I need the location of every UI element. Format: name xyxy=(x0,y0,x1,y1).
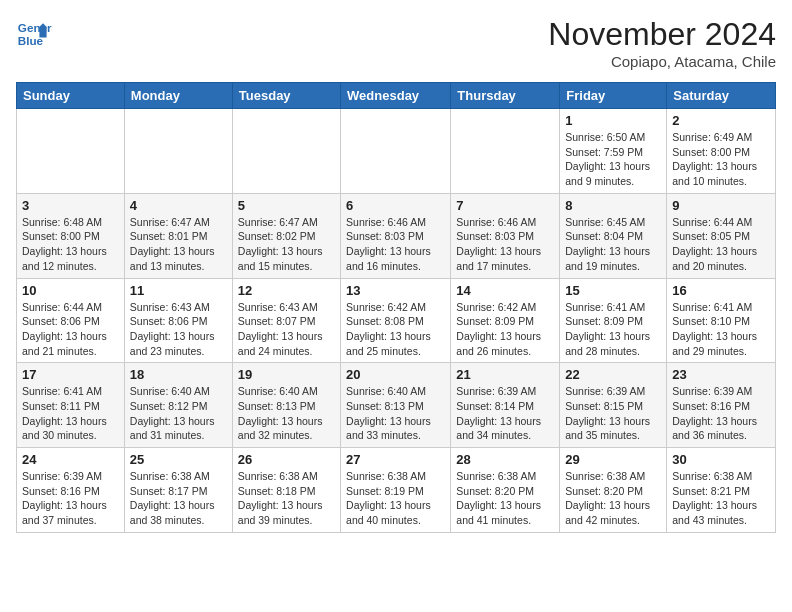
calendar-cell: 30Sunrise: 6:38 AM Sunset: 8:21 PM Dayli… xyxy=(667,448,776,533)
day-number: 30 xyxy=(672,452,770,467)
day-number: 5 xyxy=(238,198,335,213)
calendar-cell: 3Sunrise: 6:48 AM Sunset: 8:00 PM Daylig… xyxy=(17,193,125,278)
calendar-cell: 14Sunrise: 6:42 AM Sunset: 8:09 PM Dayli… xyxy=(451,278,560,363)
calendar-week-2: 3Sunrise: 6:48 AM Sunset: 8:00 PM Daylig… xyxy=(17,193,776,278)
day-number: 13 xyxy=(346,283,445,298)
calendar-cell xyxy=(17,109,125,194)
day-number: 18 xyxy=(130,367,227,382)
day-number: 9 xyxy=(672,198,770,213)
day-info: Sunrise: 6:46 AM Sunset: 8:03 PM Dayligh… xyxy=(456,215,554,274)
day-number: 29 xyxy=(565,452,661,467)
calendar-cell: 16Sunrise: 6:41 AM Sunset: 8:10 PM Dayli… xyxy=(667,278,776,363)
day-info: Sunrise: 6:38 AM Sunset: 8:18 PM Dayligh… xyxy=(238,469,335,528)
calendar-cell: 9Sunrise: 6:44 AM Sunset: 8:05 PM Daylig… xyxy=(667,193,776,278)
calendar-week-1: 1Sunrise: 6:50 AM Sunset: 7:59 PM Daylig… xyxy=(17,109,776,194)
calendar-cell: 26Sunrise: 6:38 AM Sunset: 8:18 PM Dayli… xyxy=(232,448,340,533)
day-info: Sunrise: 6:38 AM Sunset: 8:21 PM Dayligh… xyxy=(672,469,770,528)
logo-icon: General Blue xyxy=(16,16,52,52)
weekday-header-saturday: Saturday xyxy=(667,83,776,109)
day-number: 25 xyxy=(130,452,227,467)
day-number: 17 xyxy=(22,367,119,382)
calendar-cell: 21Sunrise: 6:39 AM Sunset: 8:14 PM Dayli… xyxy=(451,363,560,448)
svg-text:General: General xyxy=(18,21,52,34)
day-number: 7 xyxy=(456,198,554,213)
location-subtitle: Copiapo, Atacama, Chile xyxy=(548,53,776,70)
day-number: 24 xyxy=(22,452,119,467)
calendar-week-4: 17Sunrise: 6:41 AM Sunset: 8:11 PM Dayli… xyxy=(17,363,776,448)
page-header: General Blue November 2024 Copiapo, Atac… xyxy=(16,16,776,70)
weekday-header-sunday: Sunday xyxy=(17,83,125,109)
calendar-cell: 12Sunrise: 6:43 AM Sunset: 8:07 PM Dayli… xyxy=(232,278,340,363)
day-info: Sunrise: 6:38 AM Sunset: 8:20 PM Dayligh… xyxy=(565,469,661,528)
calendar-cell: 24Sunrise: 6:39 AM Sunset: 8:16 PM Dayli… xyxy=(17,448,125,533)
day-number: 10 xyxy=(22,283,119,298)
calendar-cell xyxy=(341,109,451,194)
calendar-cell: 20Sunrise: 6:40 AM Sunset: 8:13 PM Dayli… xyxy=(341,363,451,448)
weekday-header-thursday: Thursday xyxy=(451,83,560,109)
logo: General Blue xyxy=(16,16,52,52)
day-info: Sunrise: 6:39 AM Sunset: 8:15 PM Dayligh… xyxy=(565,384,661,443)
calendar-cell xyxy=(124,109,232,194)
calendar-cell: 22Sunrise: 6:39 AM Sunset: 8:15 PM Dayli… xyxy=(560,363,667,448)
calendar-cell: 5Sunrise: 6:47 AM Sunset: 8:02 PM Daylig… xyxy=(232,193,340,278)
calendar-cell xyxy=(232,109,340,194)
day-info: Sunrise: 6:44 AM Sunset: 8:06 PM Dayligh… xyxy=(22,300,119,359)
day-info: Sunrise: 6:47 AM Sunset: 8:01 PM Dayligh… xyxy=(130,215,227,274)
calendar-cell: 27Sunrise: 6:38 AM Sunset: 8:19 PM Dayli… xyxy=(341,448,451,533)
calendar-cell: 6Sunrise: 6:46 AM Sunset: 8:03 PM Daylig… xyxy=(341,193,451,278)
day-number: 21 xyxy=(456,367,554,382)
day-info: Sunrise: 6:48 AM Sunset: 8:00 PM Dayligh… xyxy=(22,215,119,274)
calendar-week-3: 10Sunrise: 6:44 AM Sunset: 8:06 PM Dayli… xyxy=(17,278,776,363)
day-info: Sunrise: 6:41 AM Sunset: 8:11 PM Dayligh… xyxy=(22,384,119,443)
calendar-cell: 1Sunrise: 6:50 AM Sunset: 7:59 PM Daylig… xyxy=(560,109,667,194)
calendar-cell: 11Sunrise: 6:43 AM Sunset: 8:06 PM Dayli… xyxy=(124,278,232,363)
day-number: 28 xyxy=(456,452,554,467)
calendar-week-5: 24Sunrise: 6:39 AM Sunset: 8:16 PM Dayli… xyxy=(17,448,776,533)
day-info: Sunrise: 6:49 AM Sunset: 8:00 PM Dayligh… xyxy=(672,130,770,189)
day-info: Sunrise: 6:46 AM Sunset: 8:03 PM Dayligh… xyxy=(346,215,445,274)
calendar-cell: 28Sunrise: 6:38 AM Sunset: 8:20 PM Dayli… xyxy=(451,448,560,533)
title-area: November 2024 Copiapo, Atacama, Chile xyxy=(548,16,776,70)
calendar-cell: 18Sunrise: 6:40 AM Sunset: 8:12 PM Dayli… xyxy=(124,363,232,448)
calendar-cell: 10Sunrise: 6:44 AM Sunset: 8:06 PM Dayli… xyxy=(17,278,125,363)
calendar-cell: 25Sunrise: 6:38 AM Sunset: 8:17 PM Dayli… xyxy=(124,448,232,533)
day-info: Sunrise: 6:44 AM Sunset: 8:05 PM Dayligh… xyxy=(672,215,770,274)
day-info: Sunrise: 6:39 AM Sunset: 8:16 PM Dayligh… xyxy=(672,384,770,443)
weekday-header-friday: Friday xyxy=(560,83,667,109)
calendar-cell xyxy=(451,109,560,194)
day-number: 20 xyxy=(346,367,445,382)
calendar-table: SundayMondayTuesdayWednesdayThursdayFrid… xyxy=(16,82,776,533)
calendar-cell: 29Sunrise: 6:38 AM Sunset: 8:20 PM Dayli… xyxy=(560,448,667,533)
calendar-cell: 15Sunrise: 6:41 AM Sunset: 8:09 PM Dayli… xyxy=(560,278,667,363)
day-info: Sunrise: 6:42 AM Sunset: 8:08 PM Dayligh… xyxy=(346,300,445,359)
day-number: 6 xyxy=(346,198,445,213)
day-info: Sunrise: 6:43 AM Sunset: 8:07 PM Dayligh… xyxy=(238,300,335,359)
day-info: Sunrise: 6:38 AM Sunset: 8:20 PM Dayligh… xyxy=(456,469,554,528)
day-number: 16 xyxy=(672,283,770,298)
calendar-cell: 13Sunrise: 6:42 AM Sunset: 8:08 PM Dayli… xyxy=(341,278,451,363)
calendar-cell: 7Sunrise: 6:46 AM Sunset: 8:03 PM Daylig… xyxy=(451,193,560,278)
day-number: 1 xyxy=(565,113,661,128)
calendar-cell: 19Sunrise: 6:40 AM Sunset: 8:13 PM Dayli… xyxy=(232,363,340,448)
day-number: 15 xyxy=(565,283,661,298)
day-number: 22 xyxy=(565,367,661,382)
day-number: 2 xyxy=(672,113,770,128)
day-number: 27 xyxy=(346,452,445,467)
day-info: Sunrise: 6:39 AM Sunset: 8:16 PM Dayligh… xyxy=(22,469,119,528)
day-info: Sunrise: 6:40 AM Sunset: 8:13 PM Dayligh… xyxy=(346,384,445,443)
day-number: 4 xyxy=(130,198,227,213)
day-info: Sunrise: 6:47 AM Sunset: 8:02 PM Dayligh… xyxy=(238,215,335,274)
day-info: Sunrise: 6:41 AM Sunset: 8:09 PM Dayligh… xyxy=(565,300,661,359)
day-number: 8 xyxy=(565,198,661,213)
day-info: Sunrise: 6:42 AM Sunset: 8:09 PM Dayligh… xyxy=(456,300,554,359)
weekday-header-tuesday: Tuesday xyxy=(232,83,340,109)
day-number: 19 xyxy=(238,367,335,382)
weekday-header-row: SundayMondayTuesdayWednesdayThursdayFrid… xyxy=(17,83,776,109)
day-number: 14 xyxy=(456,283,554,298)
day-info: Sunrise: 6:43 AM Sunset: 8:06 PM Dayligh… xyxy=(130,300,227,359)
day-info: Sunrise: 6:45 AM Sunset: 8:04 PM Dayligh… xyxy=(565,215,661,274)
calendar-cell: 23Sunrise: 6:39 AM Sunset: 8:16 PM Dayli… xyxy=(667,363,776,448)
day-info: Sunrise: 6:38 AM Sunset: 8:17 PM Dayligh… xyxy=(130,469,227,528)
calendar-cell: 17Sunrise: 6:41 AM Sunset: 8:11 PM Dayli… xyxy=(17,363,125,448)
day-number: 26 xyxy=(238,452,335,467)
